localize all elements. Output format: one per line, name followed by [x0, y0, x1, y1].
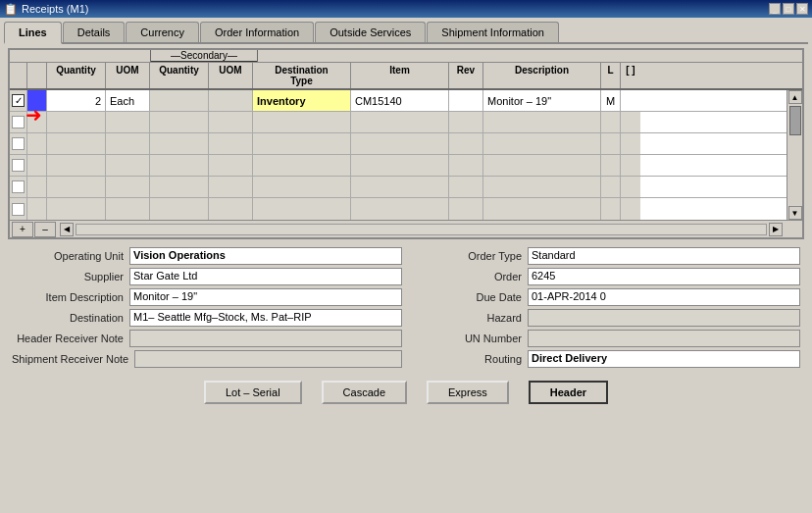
row1-desc[interactable]: Monitor – 19": [483, 90, 601, 111]
tab-bar: Lines Details Currency Order Information…: [4, 22, 808, 44]
table-row[interactable]: ✓ 2 Each Inventory CM15140 Monitor – 19"…: [10, 90, 787, 112]
col-header-desc: Description: [483, 63, 601, 88]
grid-body: ✓ 2 Each Inventory CM15140 Monitor – 19"…: [10, 90, 802, 220]
scroll-thumb-v[interactable]: [789, 106, 801, 135]
supplier-label: Supplier: [12, 271, 129, 282]
col-header-sec-uom: UOM: [209, 63, 253, 88]
col-header-item: Item: [351, 63, 449, 88]
scroll-up-arrow[interactable]: ▲: [788, 90, 802, 104]
un-number-label: UN Number: [410, 333, 528, 344]
col-header-indicator: [27, 63, 47, 88]
row1-sec-qty[interactable]: [150, 90, 209, 111]
table-row[interactable]: [10, 198, 787, 220]
table-row[interactable]: [10, 155, 787, 177]
supplier-input[interactable]: Star Gate Ltd: [129, 268, 402, 285]
due-date-label: Due Date: [410, 291, 528, 303]
cascade-button[interactable]: Cascade: [322, 381, 407, 404]
col-header-quantity: Quantity: [47, 63, 106, 88]
row1-item[interactable]: CM15140: [351, 90, 449, 111]
add-row-button[interactable]: +: [12, 222, 33, 237]
scroll-down-arrow[interactable]: ▼: [788, 206, 802, 220]
tab-lines[interactable]: Lines: [4, 22, 62, 44]
operating-unit-label: Operating Unit: [12, 250, 129, 262]
window-icon: 📋: [4, 3, 18, 16]
shipment-receiver-note-input[interactable]: [134, 350, 402, 368]
order-input[interactable]: 6245: [528, 268, 800, 285]
operating-unit-input[interactable]: Vision Operations: [129, 247, 402, 265]
col-header-sec-quantity: Quantity: [150, 63, 209, 88]
un-number-input[interactable]: [528, 330, 800, 347]
arrow-indicator: ➜: [25, 103, 42, 127]
order-type-label: Order Type: [410, 250, 528, 262]
due-date-input[interactable]: 01-APR-2014 0: [528, 288, 800, 306]
table-row[interactable]: [10, 133, 787, 155]
col-header-dest-type: DestinationType: [253, 63, 351, 88]
close-button[interactable]: ✕: [796, 3, 808, 15]
minimize-button[interactable]: _: [769, 3, 781, 15]
express-button[interactable]: Express: [427, 381, 509, 404]
row1-sec-uom[interactable]: [209, 90, 253, 111]
order-label: Order: [410, 271, 528, 282]
lot-serial-button[interactable]: Lot – Serial: [204, 381, 302, 404]
col-header-check: [10, 63, 27, 88]
table-row[interactable]: [10, 112, 787, 133]
header-button[interactable]: Header: [529, 381, 608, 404]
tab-outside-services[interactable]: Outside Services: [315, 22, 426, 42]
maximize-button[interactable]: □: [783, 3, 794, 15]
row1-qty[interactable]: 2: [47, 90, 106, 111]
secondary-label: —Secondary—: [151, 50, 257, 62]
header-receiver-note-input[interactable]: [129, 330, 402, 347]
scroll-track-h[interactable]: [76, 224, 767, 235]
routing-label: Routing: [410, 353, 528, 365]
item-description-label: Item Description: [12, 291, 129, 303]
hazard-input[interactable]: [528, 309, 800, 327]
row1-uom[interactable]: Each: [106, 90, 150, 111]
destination-input[interactable]: M1– Seattle Mfg–Stock, Ms. Pat–RIP: [129, 309, 402, 327]
bottom-button-bar: Lot – Serial Cascade Express Header: [4, 375, 808, 410]
window-title: Receipts (M1): [22, 3, 88, 15]
row1-l: M: [601, 90, 621, 111]
hazard-label: Hazard: [410, 312, 528, 324]
col-header-uom: UOM: [106, 63, 150, 88]
scroll-left-arrow[interactable]: ◀: [60, 223, 74, 236]
scroll-right-arrow[interactable]: ▶: [769, 223, 783, 236]
col-header-bracket: [ ]: [621, 63, 640, 88]
routing-input[interactable]: Direct Delivery: [528, 350, 800, 368]
destination-label: Destination: [12, 312, 129, 324]
col-header-l: L: [601, 63, 621, 88]
shipment-receiver-note-label: Shipment Receiver Note: [12, 353, 134, 365]
tab-order-information[interactable]: Order Information: [200, 22, 314, 42]
tab-details[interactable]: Details: [63, 22, 126, 42]
row1-dest-type[interactable]: Inventory: [253, 90, 351, 111]
col-header-rev: Rev: [449, 63, 483, 88]
tab-shipment-information[interactable]: Shipment Information: [427, 22, 559, 42]
row1-checkbox[interactable]: ✓: [12, 94, 25, 107]
row1-rev[interactable]: [449, 90, 483, 111]
tab-currency[interactable]: Currency: [126, 22, 199, 42]
item-description-input[interactable]: Monitor – 19": [129, 288, 402, 306]
order-type-input[interactable]: Standard: [528, 247, 800, 265]
row1-bracket: [621, 90, 640, 111]
table-row[interactable]: [10, 177, 787, 198]
grid-scrollbar-v[interactable]: ▲ ▼: [787, 90, 802, 220]
header-receiver-note-label: Header Receiver Note: [12, 333, 129, 344]
delete-row-button[interactable]: –: [34, 222, 56, 237]
title-bar: 📋 Receipts (M1) _ □ ✕: [0, 0, 812, 18]
